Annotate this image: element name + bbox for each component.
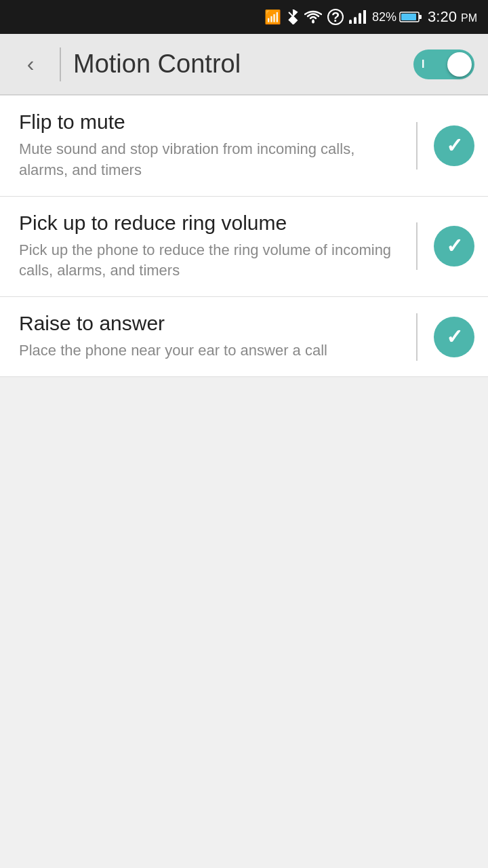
status-bar: 📶 ? 82% xyxy=(0,0,488,34)
pick-up-ring-item[interactable]: Pick up to reduce ring volume Pick up th… xyxy=(0,197,488,298)
signal-icon xyxy=(349,10,367,24)
status-icons: 📶 ? 82% xyxy=(264,8,477,26)
check-icon: ✓ xyxy=(446,327,463,347)
battery-container: 82% xyxy=(372,10,422,24)
svg-point-2 xyxy=(312,20,314,23)
bluetooth-icon xyxy=(287,9,299,24)
check-icon: ✓ xyxy=(446,136,463,156)
pick-up-ring-text: Pick up to reduce ring volume Pick up th… xyxy=(19,212,416,282)
svg-rect-8 xyxy=(419,15,422,19)
svg-line-1 xyxy=(289,12,293,16)
toggle-on-label: I xyxy=(422,58,424,71)
pick-up-ring-checkbox[interactable]: ✓ xyxy=(434,226,474,267)
item-divider xyxy=(416,222,418,270)
wifi-icon xyxy=(304,10,322,24)
raise-to-answer-text: Raise to answer Place the phone near you… xyxy=(19,312,416,361)
pick-up-ring-title: Pick up to reduce ring volume xyxy=(19,212,403,235)
item-divider xyxy=(416,313,418,361)
raise-to-answer-desc: Place the phone near your ear to answer … xyxy=(19,340,403,361)
svg-rect-9 xyxy=(401,14,416,20)
flip-to-mute-title: Flip to mute xyxy=(19,111,403,134)
bluetooth-icon: 📶 xyxy=(264,9,281,25)
item-divider xyxy=(416,122,418,170)
raise-to-answer-title: Raise to answer xyxy=(19,312,403,335)
settings-list: Flip to mute Mute sound and stop vibrati… xyxy=(0,95,488,377)
flip-to-mute-item[interactable]: Flip to mute Mute sound and stop vibrati… xyxy=(0,95,488,197)
flip-to-mute-text: Flip to mute Mute sound and stop vibrati… xyxy=(19,111,416,181)
help-icon: ? xyxy=(327,9,344,25)
raise-to-answer-item[interactable]: Raise to answer Place the phone near you… xyxy=(0,297,488,377)
pick-up-ring-desc: Pick up the phone to reduce the ring vol… xyxy=(19,240,403,282)
status-time: 3:20 PM xyxy=(428,8,477,26)
toggle-knob xyxy=(447,52,472,77)
battery-icon xyxy=(399,11,422,23)
flip-to-mute-checkbox[interactable]: ✓ xyxy=(434,125,474,166)
toolbar-divider xyxy=(60,47,61,81)
back-button[interactable]: ‹ xyxy=(14,47,47,81)
page-title: Motion Control xyxy=(73,50,413,79)
master-toggle[interactable]: I xyxy=(413,50,474,79)
check-icon: ✓ xyxy=(446,236,463,256)
toolbar: ‹ Motion Control I xyxy=(0,34,488,95)
raise-to-answer-checkbox[interactable]: ✓ xyxy=(434,317,474,357)
flip-to-mute-desc: Mute sound and stop vibration from incom… xyxy=(19,139,403,181)
battery-percent: 82% xyxy=(372,10,396,24)
back-arrow-icon: ‹ xyxy=(27,52,35,77)
